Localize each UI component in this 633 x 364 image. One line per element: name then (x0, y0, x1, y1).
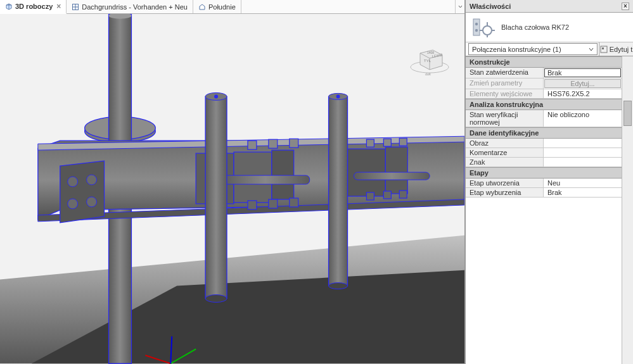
svg-rect-20 (248, 141, 257, 149)
edit-type-button[interactable]: Edytuj t (599, 42, 633, 56)
main-viewport-area: 3D roboczy × Dachgrundriss - Vorhanden +… (0, 0, 465, 364)
tab-label: Południe (208, 3, 236, 11)
tab-overflow-button[interactable] (455, 0, 464, 13)
svg-rect-26 (366, 139, 374, 147)
svg-rect-33 (354, 172, 430, 180)
properties-grid: Konstrukcje Stan zatwierdzenia Brak Zmie… (466, 56, 622, 364)
svg-rect-24 (269, 199, 278, 208)
row-obraz: Obraz (466, 139, 622, 148)
svg-rect-47 (473, 19, 480, 35)
svg-rect-25 (290, 198, 298, 207)
group-etapy[interactable]: Etapy (466, 167, 622, 179)
family-name: Blacha czołowa RK72 (501, 23, 569, 31)
group-analiza[interactable]: Analiza konstrukcyjna (466, 99, 622, 110)
connection-type-icon (471, 16, 496, 38)
svg-point-11 (68, 177, 78, 187)
tab-dachgrundriss[interactable]: Dachgrundriss - Vorhanden + Neu (67, 0, 193, 13)
svg-point-41 (336, 94, 340, 98)
svg-rect-52 (602, 47, 604, 49)
properties-title: Właściwości (470, 3, 511, 10)
edit-type-label: Edytuj t (610, 46, 633, 53)
properties-title-bar: Właściwości × (466, 0, 633, 13)
group-dane-id[interactable]: Dane identyfikacyjne (466, 127, 622, 139)
row-elementy-wejsciowe: Elementy wejściowe HSS76.2X5.2 (466, 89, 622, 99)
tab-label: Dachgrundriss - Vorhanden + Neu (82, 3, 188, 11)
svg-rect-23 (248, 201, 257, 210)
row-znak: Znak (466, 158, 622, 167)
close-icon[interactable]: × (56, 2, 61, 11)
chevron-down-icon (589, 46, 594, 53)
svg-rect-21 (269, 139, 278, 148)
svg-rect-29 (366, 192, 374, 200)
tab-3d-roboczy[interactable]: 3D roboczy × (0, 0, 67, 14)
cube3d-icon (5, 3, 13, 10)
type-selector-text: Połączenia konstrukcyjne (1) (472, 46, 561, 53)
svg-rect-32 (221, 175, 310, 184)
svg-text:1408: 1408 (427, 51, 434, 54)
viewport-3d[interactable]: TYŁ LEWO 1408 dołt (0, 14, 464, 364)
viewcube[interactable]: TYŁ LEWO 1408 dołt (407, 39, 452, 77)
svg-rect-34 (205, 96, 227, 298)
svg-rect-27 (383, 139, 391, 146)
svg-point-48 (475, 23, 478, 25)
tab-poludnie[interactable]: Południe (193, 0, 241, 13)
edit-icon (600, 46, 608, 53)
svg-rect-22 (290, 139, 298, 147)
row-etap-utworzenia: Etap utworzenia Neu (466, 179, 622, 188)
row-komentarze: Komentarze (466, 148, 622, 158)
group-konstrukcje[interactable]: Konstrukcje (466, 56, 622, 68)
svg-rect-28 (399, 138, 407, 146)
svg-point-50 (483, 26, 492, 35)
svg-point-12 (87, 175, 97, 185)
properties-panel: Właściwości × Blacha czołowa RK72 Połącz… (465, 0, 633, 364)
svg-rect-17 (272, 150, 294, 199)
svg-point-49 (475, 29, 478, 32)
svg-text:TYŁ: TYŁ (424, 59, 432, 63)
tab-label: 3D roboczy (15, 3, 53, 10)
row-etap-wyburzenia: Etap wyburzenia Brak (466, 188, 622, 198)
svg-rect-30 (383, 191, 391, 199)
properties-scrollbar[interactable] (622, 56, 633, 364)
row-zmien-parametry: Zmień parametry Edytuj... (466, 78, 622, 89)
svg-point-40 (329, 283, 348, 289)
svg-point-13 (68, 199, 78, 209)
plan-icon (72, 3, 79, 11)
scrollbar-thumb[interactable] (623, 101, 632, 126)
svg-point-37 (214, 94, 218, 98)
view-tabs: 3D roboczy × Dachgrundriss - Vorhanden +… (0, 0, 464, 14)
row-stan-zatwierdzenia: Stan zatwierdzenia Brak (466, 68, 622, 78)
model-scene (0, 14, 464, 364)
svg-point-36 (205, 295, 227, 303)
panel-close-icon[interactable]: × (622, 3, 629, 10)
svg-text:dołt: dołt (425, 72, 431, 76)
svg-rect-19 (385, 147, 407, 194)
row-stan-weryfikacji: Stan weryfikacji normowej Nie obliczono (466, 110, 622, 127)
elevation-icon (198, 3, 206, 11)
svg-rect-31 (399, 191, 407, 198)
svg-rect-38 (329, 96, 348, 286)
type-selector[interactable]: Połączenia konstrukcyjne (1) (468, 43, 598, 55)
family-selector[interactable]: Blacha czołowa RK72 (466, 13, 633, 42)
svg-point-14 (87, 197, 97, 207)
